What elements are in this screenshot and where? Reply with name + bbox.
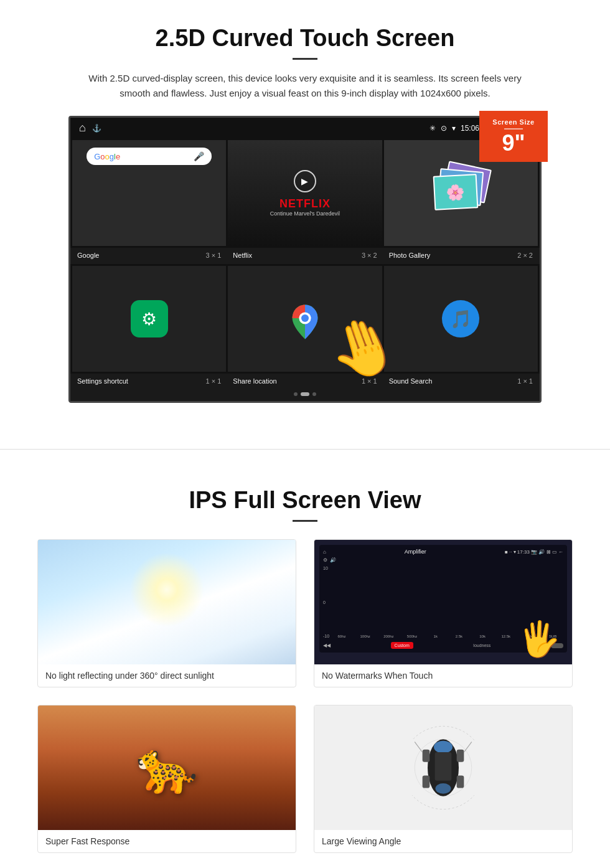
app-cell-settings[interactable]: ⚙ xyxy=(72,266,226,372)
usb-icon: ⚓ xyxy=(92,124,101,133)
amp-status: ■ ·· ▾ 17:33 📷 🔊 ⊠ ▭ ← xyxy=(505,549,563,555)
cheetah-icon: 🐆 xyxy=(136,738,198,797)
amp-time: 17:33 xyxy=(517,549,530,555)
car-wrapper xyxy=(314,705,572,830)
section2-title: IPS Full Screen View xyxy=(37,487,573,514)
amp-slider-100hz[interactable]: 100hz xyxy=(355,634,376,639)
amp-label-0: 0 xyxy=(323,600,329,605)
svg-rect-9 xyxy=(423,776,430,788)
amp-home-icon: ⌂ xyxy=(323,549,326,555)
netflix-play-button[interactable]: ▶ xyxy=(294,170,316,192)
amp-slider-60hz[interactable]: 60hz xyxy=(331,634,352,639)
screen-mockup-wrapper: Screen Size 9" ⌂ ⚓ ✳ ⊙ ▾ 15:06 📷 🔊 ⊠ xyxy=(68,116,542,403)
amp-slider-2_5k[interactable]: 2.5k xyxy=(449,634,470,639)
dot-2-active[interactable] xyxy=(301,392,309,396)
netflix-subtitle: Continue Marvel's Daredevil xyxy=(228,210,382,217)
mic-icon[interactable]: 🎤 xyxy=(194,151,204,161)
sound-app-size: 1 × 1 xyxy=(517,377,533,385)
app-labels-top: Google 3 × 1 Netflix 3 × 2 Photo Gallery… xyxy=(70,248,540,264)
section2-underline xyxy=(293,520,317,522)
photo-card-3: 🌸 xyxy=(433,174,479,210)
netflix-logo: NETFLIX xyxy=(228,197,382,210)
photo-stack: 🌸 xyxy=(433,165,489,221)
settings-app-name: Settings shortcut xyxy=(77,377,128,385)
app-label-sound: Sound Search 1 × 1 xyxy=(384,374,538,386)
svg-rect-8 xyxy=(457,750,464,762)
app-cell-sound-search[interactable]: 🎵 xyxy=(384,266,538,372)
flower-icon: 🌸 xyxy=(446,183,466,202)
time-display: 15:06 xyxy=(461,124,479,133)
app-cell-google[interactable]: Google 🎤 xyxy=(72,140,226,246)
sound-app-name: Sound Search xyxy=(389,377,433,385)
section1-description: With 2.5D curved-display screen, this de… xyxy=(87,71,523,101)
amp-prev-icon[interactable]: ◀◀ xyxy=(323,643,331,648)
car-top-image xyxy=(314,705,572,830)
svg-point-1 xyxy=(301,314,309,322)
amp-slider-12_5k[interactable]: 12.5k xyxy=(495,634,517,639)
amp-controls: ⚙ 🔊 xyxy=(323,557,563,563)
amp-slider-200hz[interactable]: 200hz xyxy=(378,634,400,639)
svg-point-6 xyxy=(436,783,451,794)
sound-search-icon: 🎵 xyxy=(442,300,479,337)
photo-app-name: Photo Gallery xyxy=(389,252,431,259)
app-grid-top: Google 🎤 ▶ NETFLIX Continue Marvel's Dar… xyxy=(70,138,540,248)
amp-label-10: 10 xyxy=(323,566,329,570)
badge-title-label: Screen Size xyxy=(489,118,538,126)
amp-y-labels: 10 0 -10 xyxy=(323,565,329,639)
app-label-netflix: Netflix 3 × 2 xyxy=(228,248,382,260)
google-search-bar[interactable]: Google 🎤 xyxy=(87,148,212,165)
app-grid-bottom: ⚙ 🤚 xyxy=(70,264,540,374)
sunlight-wrapper xyxy=(38,540,296,664)
photo-app-size: 2 × 2 xyxy=(517,252,533,259)
sun-glow xyxy=(129,552,204,627)
badge-divider xyxy=(504,128,523,130)
google-app-name: Google xyxy=(77,252,99,259)
settings-app-size: 1 × 1 xyxy=(206,377,222,385)
section1-title: 2.5D Curved Touch Screen xyxy=(37,25,573,52)
amp-title: Amplifier xyxy=(405,549,426,555)
feature-cheetah: 🐆 Super Fast Response xyxy=(37,705,296,853)
svg-point-5 xyxy=(434,741,453,753)
features-grid: No light reflecting under 360° direct su… xyxy=(37,539,573,853)
amp-custom-button[interactable]: Custom xyxy=(391,642,413,649)
app-cell-netflix[interactable]: ▶ NETFLIX Continue Marvel's Daredevil xyxy=(228,140,382,246)
app-label-photo: Photo Gallery 2 × 2 xyxy=(384,248,538,260)
section-divider xyxy=(0,449,610,450)
amp-speaker-icon: 🔊 xyxy=(330,557,336,563)
badge-size-value: 9" xyxy=(502,130,525,156)
app-cell-share-location[interactable]: 🤚 xyxy=(228,266,382,372)
gps-icon: ⊙ xyxy=(441,124,447,133)
svg-rect-7 xyxy=(423,750,430,762)
amp-slider-10k[interactable]: 10k xyxy=(472,634,493,639)
section-curved-screen: 2.5D Curved Touch Screen With 2.5D curve… xyxy=(0,0,610,424)
dot-3[interactable] xyxy=(312,392,316,396)
amp-slider-1k[interactable]: 1k xyxy=(425,634,446,639)
amplifier-label: No Watermarks When Touch xyxy=(314,664,572,687)
netflix-app-size: 3 × 2 xyxy=(362,252,377,259)
amp-slider-500hz[interactable]: 500hz xyxy=(401,634,423,639)
google-app-size: 3 × 1 xyxy=(206,252,222,259)
dot-1[interactable] xyxy=(294,392,298,396)
car-label: Large Viewing Angle xyxy=(314,830,572,852)
android-screen: ⌂ ⚓ ✳ ⊙ ▾ 15:06 📷 🔊 ⊠ ▭ xyxy=(68,116,542,403)
settings-icon: ⚙ xyxy=(131,300,168,337)
netflix-app-name: Netflix xyxy=(233,252,252,259)
feature-sunlight: No light reflecting under 360° direct su… xyxy=(37,539,296,687)
cheetah-label: Super Fast Response xyxy=(38,830,296,852)
amp-eq-icon: ⚙ xyxy=(323,557,327,563)
google-maps-icon xyxy=(289,303,321,334)
app-labels-bottom: Settings shortcut 1 × 1 Share location 1… xyxy=(70,374,540,390)
share-app-name: Share location xyxy=(233,377,276,385)
cheetah-wrapper: 🐆 xyxy=(38,705,296,830)
amp-header: ⌂ Amplifier ■ ·· ▾ 17:33 📷 🔊 ⊠ ▭ ← xyxy=(323,549,563,555)
feature-car: Large Viewing Angle xyxy=(314,705,573,853)
app-label-google: Google 3 × 1 xyxy=(72,248,226,260)
home-icon[interactable]: ⌂ xyxy=(79,121,86,134)
netflix-content: ▶ NETFLIX Continue Marvel's Daredevil xyxy=(228,170,382,217)
amp-wrapper: ⌂ Amplifier ■ ·· ▾ 17:33 📷 🔊 ⊠ ▭ ← ⚙ 🔊 1… xyxy=(319,545,567,659)
pagination-dots xyxy=(70,390,540,401)
section-ips-screen: IPS Full Screen View No light reflecting… xyxy=(0,474,610,868)
bluetooth-icon: ✳ xyxy=(429,124,436,133)
app-label-settings: Settings shortcut 1 × 1 xyxy=(72,374,226,386)
sunlight-image xyxy=(38,540,296,664)
